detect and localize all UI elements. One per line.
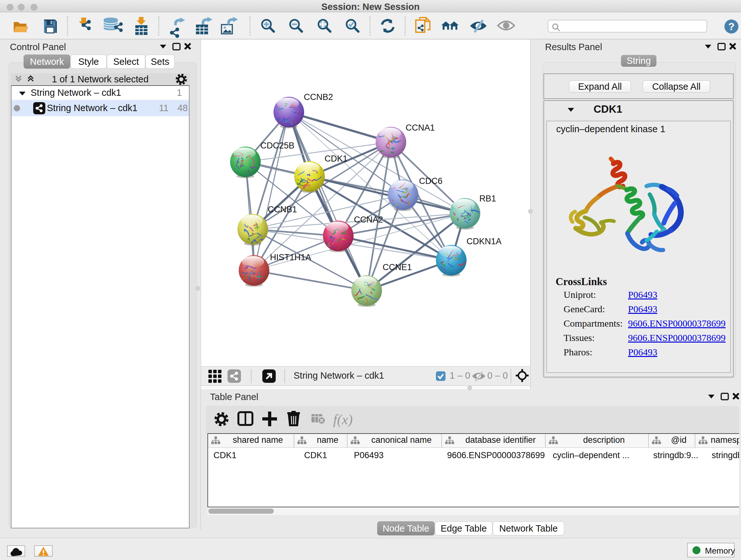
svg-text:CDC6: CDC6 [419,176,443,186]
svg-text:?: ? [728,21,735,32]
svg-text:CCNA2: CCNA2 [354,215,383,225]
svg-text:CDKN1A: CDKN1A [467,237,502,246]
svg-text:CCNA1: CCNA1 [406,123,435,132]
svg-text:CDK1: CDK1 [325,154,347,164]
svg-text:CCNB1: CCNB1 [268,205,297,214]
svg-text:RB1: RB1 [479,194,496,203]
svg-text:CDC25B: CDC25B [260,141,294,150]
svg-text:CCNB2: CCNB2 [304,92,333,102]
svg-text:f(x): f(x) [333,412,353,428]
svg-text:CCNE1: CCNE1 [383,262,412,272]
svg-text:HIST1H1A: HIST1H1A [270,253,311,262]
